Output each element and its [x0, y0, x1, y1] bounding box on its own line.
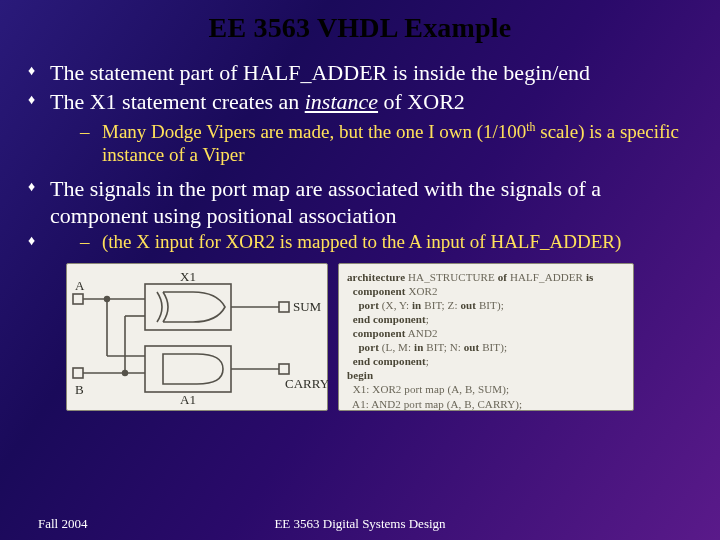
bullet-list: The statement part of HALF_ADDER is insi… — [22, 60, 698, 230]
sub-list: Many Dodge Vipers are made, but the one … — [50, 120, 698, 166]
label-x1: X1 — [180, 269, 196, 285]
code-figure: architecture HA_STRUCTURE of HALF_ADDER … — [338, 263, 634, 411]
kw: begin — [347, 369, 373, 381]
svg-rect-10 — [145, 284, 231, 330]
bullet-item: The statement part of HALF_ADDER is insi… — [22, 60, 698, 87]
t: HALF_ADDER — [507, 271, 586, 283]
kw: component — [347, 327, 406, 339]
t: BIT; N: — [423, 341, 463, 353]
svg-rect-11 — [145, 346, 231, 392]
kw: architecture — [347, 271, 405, 283]
label-b: B — [75, 382, 84, 398]
svg-rect-14 — [279, 302, 289, 312]
t: BIT); — [479, 341, 507, 353]
footer-center: EE 3563 Digital Systems Design — [0, 516, 720, 532]
kw: in — [412, 299, 421, 311]
sub-list: (the X input for XOR2 is mapped to the A… — [50, 230, 698, 253]
kw: is — [586, 271, 594, 283]
footer: Fall 2004 EE 3563 Digital Systems Design — [0, 516, 720, 532]
bullet-item: The X1 statement creates an instance of … — [22, 89, 698, 166]
bullet-item: The signals in the port map are associat… — [22, 176, 698, 230]
kw: end component — [347, 355, 426, 367]
t: BIT; Z: — [421, 299, 460, 311]
label-sum: SUM — [293, 299, 321, 315]
label-a1: A1 — [180, 392, 196, 408]
kw: of — [498, 271, 507, 283]
svg-point-8 — [105, 296, 110, 301]
t: BIT); — [476, 299, 504, 311]
t: (X, Y: — [379, 299, 412, 311]
kw: out — [464, 341, 480, 353]
t: ; — [426, 355, 429, 367]
kw: in — [414, 341, 423, 353]
kw: out — [460, 299, 476, 311]
figures-row: A B X1 A1 SUM CARRY architecture HA_STRU… — [66, 263, 698, 411]
slide: EE 3563 VHDL Example The statement part … — [0, 0, 720, 540]
svg-point-9 — [123, 370, 128, 375]
text: The X1 statement creates an — [50, 89, 305, 114]
t: (L, M: — [379, 341, 414, 353]
kw: end component — [347, 313, 426, 325]
text: Many Dodge Vipers are made, but the one … — [102, 121, 526, 142]
sub-item: (the X input for XOR2 is mapped to the A… — [74, 230, 698, 253]
t: AND2 — [406, 327, 438, 339]
bullet-item-nosym: (the X input for XOR2 is mapped to the A… — [22, 230, 698, 253]
slide-title: EE 3563 VHDL Example — [22, 12, 698, 44]
sub-item: Many Dodge Vipers are made, but the one … — [74, 120, 698, 166]
t: ; — [426, 313, 429, 325]
t: HA_STRUCTURE — [405, 271, 497, 283]
svg-rect-1 — [73, 368, 83, 378]
svg-rect-0 — [73, 294, 83, 304]
t: X1: XOR2 port map (A, B, SUM); — [347, 383, 509, 395]
text: of XOR2 — [378, 89, 465, 114]
kw: port — [347, 299, 379, 311]
t: XOR2 — [406, 285, 438, 297]
footer-left: Fall 2004 — [38, 516, 87, 532]
bullet-list-cont: (the X input for XOR2 is mapped to the A… — [22, 230, 698, 253]
schematic-figure: A B X1 A1 SUM CARRY — [66, 263, 328, 411]
svg-rect-15 — [279, 364, 289, 374]
label-a: A — [75, 278, 84, 294]
label-carry: CARRY — [285, 376, 329, 392]
kw: port — [347, 341, 379, 353]
kw: component — [347, 285, 406, 297]
t: A1: AND2 port map (A, B, CARRY); — [347, 398, 522, 410]
emphasis-instance: instance — [305, 89, 378, 114]
